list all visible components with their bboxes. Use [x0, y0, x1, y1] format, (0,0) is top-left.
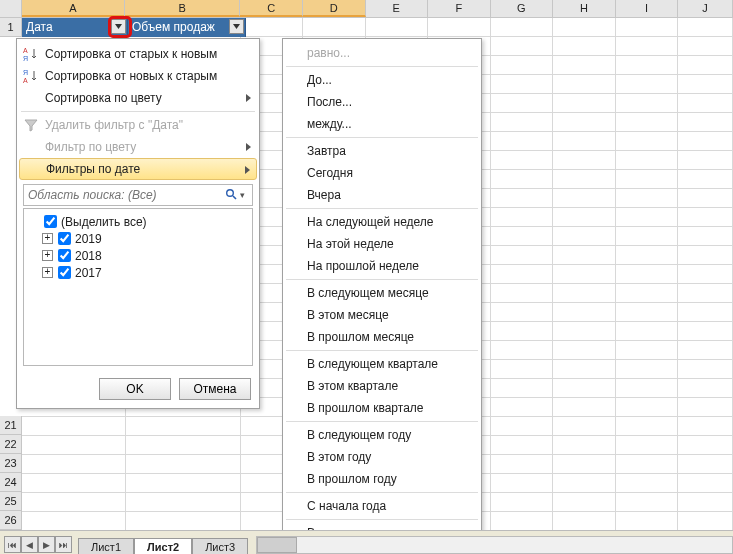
row-header[interactable]: 23	[0, 454, 22, 473]
sm-equals[interactable]: равно...	[283, 42, 481, 64]
tree-label: 2017	[75, 266, 102, 280]
sm-next-week[interactable]: На следующей неделе	[283, 211, 481, 233]
menu-separator	[286, 519, 478, 520]
tree-select-all[interactable]: (Выделить все)	[28, 213, 248, 230]
sort-newest-oldest[interactable]: ЯА Сортировка от новых к старым	[17, 65, 259, 87]
menu-separator	[286, 279, 478, 280]
svg-text:А: А	[23, 47, 28, 54]
sm-today[interactable]: Сегодня	[283, 162, 481, 184]
filter-search[interactable]: ▾	[23, 184, 253, 206]
expand-icon[interactable]: +	[42, 267, 53, 278]
table-header-row: Дата Объем продаж	[22, 18, 246, 37]
select-all-corner[interactable]	[0, 0, 22, 17]
svg-text:Я: Я	[23, 55, 28, 62]
row-header[interactable]: 25	[0, 492, 22, 511]
col-header-j[interactable]: J	[678, 0, 733, 17]
menu-label: Сортировка от старых к новым	[45, 47, 217, 61]
sm-before[interactable]: До...	[283, 69, 481, 91]
ok-button[interactable]: OK	[99, 378, 171, 400]
menu-label: Удалить фильтр с "Дата"	[45, 118, 183, 132]
checkbox[interactable]	[44, 215, 57, 228]
sheet-tab[interactable]: Лист3	[192, 538, 248, 554]
sort-by-color[interactable]: Сортировка по цвету	[17, 87, 259, 109]
sheet-tab-bar: ⏮ ◀ ▶ ⏭ Лист1 Лист2 Лист3	[0, 530, 733, 554]
menu-separator	[286, 208, 478, 209]
search-icon[interactable]	[222, 188, 240, 203]
menu-label: Фильтр по цвету	[45, 140, 136, 154]
row-header[interactable]: 22	[0, 435, 22, 454]
tab-nav-last-icon[interactable]: ⏭	[55, 536, 72, 553]
checkbox[interactable]	[58, 232, 71, 245]
sm-this-quarter[interactable]: В этом квартале	[283, 375, 481, 397]
filter-dropdown-button[interactable]	[229, 19, 244, 34]
sm-yesterday[interactable]: Вчера	[283, 184, 481, 206]
menu-separator	[286, 137, 478, 138]
sm-tomorrow[interactable]: Завтра	[283, 140, 481, 162]
tab-nav-next-icon[interactable]: ▶	[38, 536, 55, 553]
sm-this-week[interactable]: На этой неделе	[283, 233, 481, 255]
tree-label: 2018	[75, 249, 102, 263]
tab-nav-buttons: ⏮ ◀ ▶ ⏭	[4, 536, 72, 553]
search-dropdown-icon[interactable]: ▾	[240, 190, 252, 200]
filter-dropdown-button[interactable]	[111, 19, 126, 34]
menu-separator	[286, 492, 478, 493]
tab-nav-prev-icon[interactable]: ◀	[21, 536, 38, 553]
svg-marker-0	[115, 24, 122, 29]
filter-search-input[interactable]	[24, 188, 222, 202]
svg-point-6	[227, 189, 234, 196]
col-header-g[interactable]: G	[491, 0, 554, 17]
autofilter-dropdown: АЯ Сортировка от старых к новым ЯА Сорти…	[16, 38, 260, 409]
sm-last-year[interactable]: В прошлом году	[283, 468, 481, 490]
sheet-tab-active[interactable]: Лист2	[134, 538, 192, 554]
tab-nav-first-icon[interactable]: ⏮	[4, 536, 21, 553]
horizontal-scrollbar[interactable]	[256, 536, 733, 554]
date-filters[interactable]: Фильтры по дате	[19, 158, 257, 180]
sm-next-quarter[interactable]: В следующем квартале	[283, 353, 481, 375]
cancel-button[interactable]: Отмена	[179, 378, 251, 400]
menu-separator	[286, 421, 478, 422]
menu-label: Фильтры по дате	[46, 162, 140, 176]
col-header-h[interactable]: H	[553, 0, 616, 17]
tree-year[interactable]: + 2018	[28, 247, 248, 264]
sm-between[interactable]: между...	[283, 113, 481, 135]
row-header[interactable]: 24	[0, 473, 22, 492]
sm-this-month[interactable]: В этом месяце	[283, 304, 481, 326]
row-header[interactable]: 21	[0, 416, 22, 435]
row-numbers: 1	[0, 18, 22, 37]
tree-year[interactable]: + 2017	[28, 264, 248, 281]
expand-icon[interactable]: +	[42, 250, 53, 261]
clear-filter-icon	[23, 117, 39, 133]
col-header-c[interactable]: C	[240, 0, 303, 17]
checkbox[interactable]	[58, 249, 71, 262]
sm-next-month[interactable]: В следующем месяце	[283, 282, 481, 304]
tree-year[interactable]: + 2019	[28, 230, 248, 247]
col-header-a[interactable]: A	[22, 0, 126, 17]
sort-oldest-newest[interactable]: АЯ Сортировка от старых к новым	[17, 43, 259, 65]
scrollbar-thumb[interactable]	[257, 537, 297, 553]
sort-asc-icon: АЯ	[23, 46, 39, 62]
sheet-tab[interactable]: Лист1	[78, 538, 134, 554]
row-header[interactable]: 26	[0, 511, 22, 530]
col-header-d[interactable]: D	[303, 0, 366, 17]
col-header-e[interactable]: E	[366, 0, 429, 17]
col-header-f[interactable]: F	[428, 0, 491, 17]
clear-filter: Удалить фильтр с "Дата"	[17, 114, 259, 136]
menu-label: Сортировка по цвету	[45, 91, 162, 105]
sm-after[interactable]: После...	[283, 91, 481, 113]
sm-next-year[interactable]: В следующем году	[283, 424, 481, 446]
expand-icon[interactable]: +	[42, 233, 53, 244]
row-numbers-lower: 21 22 23 24 25 26	[0, 416, 22, 530]
row-header[interactable]: 1	[0, 18, 22, 37]
sort-desc-icon: ЯА	[23, 68, 39, 84]
col-header-i[interactable]: I	[616, 0, 679, 17]
sm-this-year[interactable]: В этом году	[283, 446, 481, 468]
col-header-b[interactable]: B	[125, 0, 240, 17]
checkbox[interactable]	[58, 266, 71, 279]
svg-line-7	[233, 196, 236, 199]
filter-values-tree[interactable]: (Выделить все) + 2019 + 2018 + 2017	[23, 208, 253, 366]
sm-last-quarter[interactable]: В прошлом квартале	[283, 397, 481, 419]
sm-last-week[interactable]: На прошлой неделе	[283, 255, 481, 277]
menu-label: Сортировка от новых к старым	[45, 69, 217, 83]
sm-year-to-date[interactable]: С начала года	[283, 495, 481, 517]
sm-last-month[interactable]: В прошлом месяце	[283, 326, 481, 348]
